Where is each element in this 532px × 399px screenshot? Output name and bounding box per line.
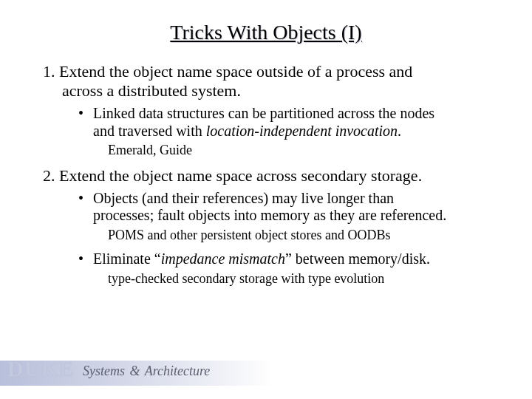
item2-subbullets-b: Eliminate “impedance mismatch” between m…: [43, 250, 499, 268]
footer: DUKE Systems & Architecture: [0, 361, 273, 386]
item1-note1: Emerald, Guide: [43, 143, 499, 159]
footer-arch: Architecture: [145, 364, 211, 378]
slide-body: 1. Extend the object name space outside …: [0, 44, 532, 287]
list-item-2: 2. Extend the object name space across s…: [43, 166, 499, 185]
item1-bullet1-line2-post: .: [398, 123, 401, 139]
item1-bullet1-line2-pre: and traversed with: [93, 123, 206, 139]
item2-bullet1-line1: Objects (and their references) may live …: [93, 190, 394, 206]
item2-note1: POMS and other persistent object stores …: [43, 228, 499, 244]
item1-number: 1.: [43, 62, 55, 81]
item1-line2: across a distributed system.: [43, 81, 499, 100]
item1-subbullets: Linked data structures can be partitione…: [43, 105, 499, 140]
slide-title: Tricks With Objects (I): [0, 0, 532, 44]
slide: Tricks With Objects (I) 1. Extend the ob…: [0, 0, 532, 399]
item2-note2: type-checked secondary storage with type…: [43, 271, 499, 287]
item1-bullet1: Linked data structures can be partitione…: [78, 105, 499, 140]
list-item-1: 1. Extend the object name space outside …: [43, 62, 499, 100]
item1-bullet1-line1: Linked data structures can be partitione…: [93, 105, 434, 121]
item2-bullet2: Eliminate “impedance mismatch” between m…: [78, 250, 499, 268]
item2-number: 2.: [43, 166, 55, 185]
duke-logo-text: DUKE: [7, 356, 75, 381]
item2-bullet2-post: ” between memory/disk.: [285, 250, 430, 267]
item1-line1: Extend the object name space outside of …: [59, 62, 412, 81]
item1-bullet1-line2-italic: location-independent invocation: [206, 123, 398, 139]
systems-architecture-text: Systems & Architecture: [83, 364, 210, 379]
item2-bullet2-pre: Eliminate “: [93, 250, 161, 267]
footer-systems: Systems: [83, 364, 125, 378]
item2-bullet2-italic: impedance mismatch: [161, 250, 285, 267]
item2-bullet1: Objects (and their references) may live …: [78, 190, 499, 225]
footer-amp: &: [129, 364, 142, 378]
item2-bullet1-line2: processes; fault objects into memory as …: [93, 207, 446, 223]
item2-subbullets-a: Objects (and their references) may live …: [43, 190, 499, 225]
item2-line1: Extend the object name space across seco…: [59, 166, 422, 185]
